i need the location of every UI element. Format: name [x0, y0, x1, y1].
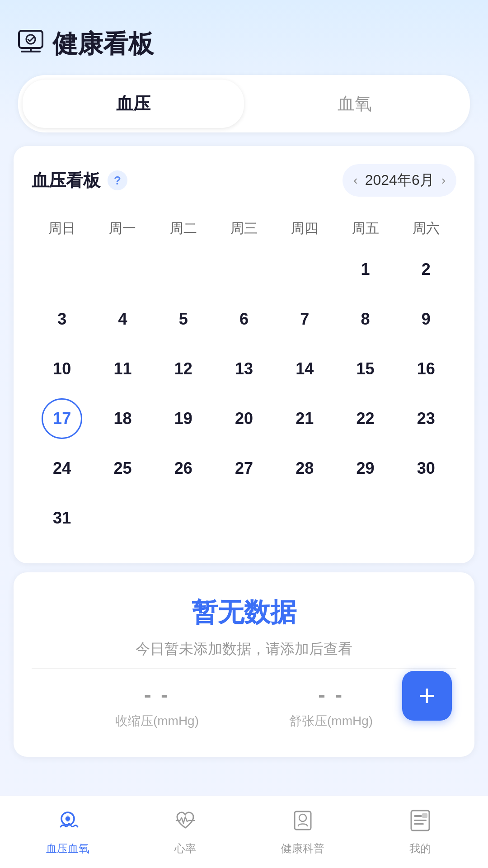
month-nav: ‹ 2024年6月 ›	[343, 164, 456, 197]
svg-rect-9	[414, 815, 422, 817]
no-data-title: 暂无数据	[32, 595, 456, 630]
calendar-day-28[interactable]: 28	[274, 446, 335, 491]
svg-rect-11	[414, 823, 424, 825]
calendar-day-11[interactable]: 11	[92, 346, 153, 392]
calendar-grid: 1234567891011121314151617181920212223242…	[32, 247, 456, 541]
prev-month-button[interactable]: ‹	[353, 173, 357, 188]
current-month: 2024年6月	[365, 170, 434, 190]
calendar-day-empty-0	[32, 247, 92, 292]
nav-mine[interactable]: 我的	[361, 809, 479, 856]
calendar-day-21[interactable]: 21	[274, 396, 335, 441]
weekday-tue: 周二	[153, 215, 214, 242]
calendar-day-26[interactable]: 26	[153, 446, 214, 491]
systolic-reading: - - 收缩压(mmHg)	[115, 682, 199, 730]
weekday-wed: 周三	[214, 215, 274, 242]
calendar-day-15[interactable]: 15	[335, 346, 395, 392]
calendar-day-12[interactable]: 12	[153, 346, 214, 392]
weekday-sun: 周日	[32, 215, 92, 242]
nav-health-knowledge[interactable]: 健康科普	[244, 809, 361, 856]
calendar-day-27[interactable]: 27	[214, 446, 274, 491]
calendar-day-4[interactable]: 4	[92, 297, 153, 342]
tab-blood-oxygen[interactable]: 血氧	[244, 80, 465, 128]
calendar-day-20[interactable]: 20	[214, 396, 274, 441]
calendar-day-8[interactable]: 8	[335, 297, 395, 342]
next-month-button[interactable]: ›	[441, 173, 446, 188]
data-section: 暂无数据 今日暂未添加数据，请添加后查看 + - - 收缩压(mmHg) - -…	[14, 572, 474, 757]
nav-heart-rate-label: 心率	[174, 841, 196, 856]
nav-health-knowledge-label: 健康科普	[281, 841, 324, 856]
bottom-nav: 血压血氧 心率 健康科普	[0, 796, 488, 868]
no-data-subtitle: 今日暂未添加数据，请添加后查看	[32, 639, 456, 659]
calendar-day-10[interactable]: 10	[32, 346, 92, 392]
readings-row: - - 收缩压(mmHg) - - 舒张压(mmHg)	[32, 668, 456, 730]
calendar-day-22[interactable]: 22	[335, 396, 395, 441]
calendar-day-16[interactable]: 16	[396, 346, 456, 392]
nav-blood-pressure-oxygen-label: 血压血氧	[46, 841, 89, 856]
systolic-value: - -	[115, 682, 199, 707]
header-icon	[18, 30, 43, 59]
weekday-fri: 周五	[335, 215, 395, 242]
calendar-day-empty-2	[153, 247, 214, 292]
calendar-day-2[interactable]: 2	[396, 247, 456, 292]
calendar-day-empty-37	[153, 495, 214, 541]
health-knowledge-icon	[291, 809, 314, 838]
weekday-mon: 周一	[92, 215, 153, 242]
diastolic-label: 舒张压(mmHg)	[289, 712, 373, 730]
nav-mine-label: 我的	[409, 841, 431, 856]
weekday-thu: 周四	[274, 215, 335, 242]
calendar-day-7[interactable]: 7	[274, 297, 335, 342]
calendar-day-3[interactable]: 3	[32, 297, 92, 342]
blood-pressure-oxygen-icon	[56, 809, 80, 838]
help-icon[interactable]: ?	[108, 170, 127, 190]
calendar-header: 血压看板 ? ‹ 2024年6月 ›	[32, 164, 456, 197]
calendar-day-30[interactable]: 30	[396, 446, 456, 491]
svg-point-5	[66, 816, 70, 821]
diastolic-value: - -	[289, 682, 373, 707]
weekday-sat: 周六	[396, 215, 456, 242]
calendar-day-empty-3	[214, 247, 274, 292]
calendar-day-9[interactable]: 9	[396, 297, 456, 342]
svg-rect-10	[414, 820, 427, 821]
calendar-title-group: 血压看板 ?	[32, 169, 127, 192]
svg-point-7	[299, 814, 306, 821]
header: 健康看板	[0, 0, 488, 75]
nav-blood-pressure-oxygen[interactable]: 血压血氧	[9, 809, 127, 856]
calendar-day-empty-40	[335, 495, 395, 541]
calendar-day-17[interactable]: 17	[32, 396, 92, 441]
diastolic-reading: - - 舒张压(mmHg)	[289, 682, 373, 730]
tab-blood-pressure[interactable]: 血压	[23, 80, 244, 128]
mine-icon	[408, 809, 432, 838]
svg-rect-12	[422, 813, 427, 818]
calendar-card: 血压看板 ? ‹ 2024年6月 › 周日 周一 周二 周三 周四 周五 周六 …	[14, 146, 474, 563]
calendar-day-empty-1	[92, 247, 153, 292]
calendar-day-31[interactable]: 31	[32, 495, 92, 541]
calendar-day-empty-36	[92, 495, 153, 541]
calendar-day-empty-4	[274, 247, 335, 292]
calendar-day-23[interactable]: 23	[396, 396, 456, 441]
calendar-day-empty-39	[274, 495, 335, 541]
calendar-day-29[interactable]: 29	[335, 446, 395, 491]
weekday-headers: 周日 周一 周二 周三 周四 周五 周六	[32, 215, 456, 242]
calendar-day-25[interactable]: 25	[92, 446, 153, 491]
calendar-day-14[interactable]: 14	[274, 346, 335, 392]
calendar-day-empty-38	[214, 495, 274, 541]
heart-rate-icon	[174, 809, 197, 838]
tab-bar: 血压 血氧	[18, 75, 470, 132]
calendar-day-19[interactable]: 19	[153, 396, 214, 441]
calendar-day-18[interactable]: 18	[92, 396, 153, 441]
calendar-day-5[interactable]: 5	[153, 297, 214, 342]
calendar-day-1[interactable]: 1	[335, 247, 395, 292]
add-icon: +	[418, 681, 435, 710]
calendar-title: 血压看板	[32, 169, 100, 192]
systolic-label: 收缩压(mmHg)	[115, 712, 199, 730]
calendar-day-24[interactable]: 24	[32, 446, 92, 491]
calendar-day-empty-41	[396, 495, 456, 541]
add-data-button[interactable]: +	[402, 671, 452, 721]
page-title: 健康看板	[52, 27, 154, 61]
calendar-day-6[interactable]: 6	[214, 297, 274, 342]
nav-heart-rate[interactable]: 心率	[127, 809, 244, 856]
calendar-day-13[interactable]: 13	[214, 346, 274, 392]
